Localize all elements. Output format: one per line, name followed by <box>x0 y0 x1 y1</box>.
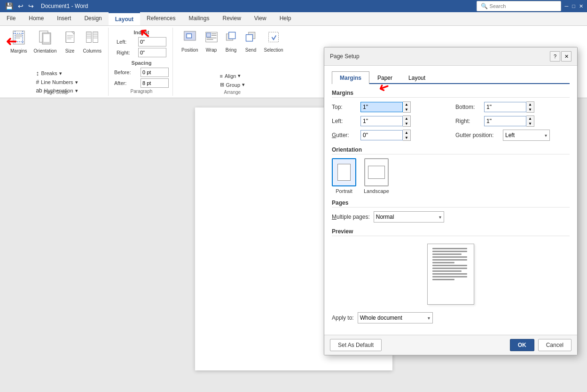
ribbon-tabs: File Home Insert Design Layout Reference… <box>0 12 587 26</box>
pages-section: Pages Multiple pages: Normal Mirror marg… <box>332 200 570 223</box>
bottom-spin-up[interactable]: ▲ <box>526 102 534 107</box>
ok-button[interactable]: OK <box>510 339 534 351</box>
app-title: Document1 - Word <box>41 3 88 9</box>
send-button[interactable]: Send <box>242 29 260 54</box>
right-margin-input[interactable] <box>484 116 526 126</box>
bottom-spin-down[interactable]: ▼ <box>526 107 534 112</box>
gutter-position-row: Gutter position: Left Top <box>455 130 570 141</box>
dialog-tab-paper[interactable]: Paper <box>369 71 400 84</box>
preview-line-12 <box>432 279 454 280</box>
left-spin-down[interactable]: ▼ <box>403 121 410 126</box>
send-label: Send <box>245 47 256 53</box>
redo-qat-button[interactable]: ↪ <box>27 1 35 11</box>
undo-qat-button[interactable]: ↩ <box>16 1 25 11</box>
apply-to-select[interactable]: Whole document This point forward <box>358 312 433 323</box>
close-button[interactable]: ✕ <box>579 3 583 9</box>
left-margin-input[interactable] <box>360 116 403 126</box>
send-icon <box>244 30 258 47</box>
after-spacing-input[interactable] <box>141 78 169 88</box>
margins-icon <box>11 30 26 48</box>
tab-home[interactable]: Home <box>22 12 50 25</box>
orientation-button[interactable]: Orientation <box>31 29 60 55</box>
wrap-label: Wrap <box>206 47 217 53</box>
line-numbers-button[interactable]: # Line Numbers ▾ <box>34 78 79 86</box>
columns-button[interactable]: Columns <box>80 29 104 55</box>
line-numbers-icon: # <box>36 79 39 85</box>
dialog-tab-layout[interactable]: Layout <box>400 71 433 84</box>
align-button[interactable]: ≡ Align ▾ <box>218 72 247 80</box>
search-bar[interactable]: 🔍 <box>477 1 561 11</box>
breaks-dropdown-icon: ▾ <box>59 70 62 77</box>
right-spin-up[interactable]: ▲ <box>526 116 534 121</box>
top-margin-input[interactable] <box>360 102 403 112</box>
multiple-pages-label: Multiple pages: <box>332 214 370 220</box>
restore-button[interactable]: □ <box>572 3 575 9</box>
svg-rect-16 <box>67 37 72 38</box>
set-as-default-button[interactable]: Set As Default <box>330 339 382 351</box>
tab-mailings[interactable]: Mailings <box>182 12 216 25</box>
minimize-button[interactable]: ─ <box>565 3 569 9</box>
gutter-input[interactable] <box>360 130 403 140</box>
position-button[interactable]: Position <box>179 29 201 54</box>
left-indent-input[interactable] <box>138 37 166 46</box>
landscape-box[interactable] <box>364 158 389 186</box>
bring-button[interactable]: Bring <box>222 29 241 54</box>
multiple-pages-select[interactable]: Normal Mirror margins 2 pages per sheet … <box>374 211 444 223</box>
landscape-icon <box>368 166 385 179</box>
dialog-help-button[interactable]: ? <box>550 51 560 61</box>
portrait-box[interactable] <box>332 158 356 186</box>
landscape-option[interactable]: Landscape <box>364 158 389 194</box>
before-spacing-input[interactable] <box>141 68 169 77</box>
tab-insert[interactable]: Insert <box>50 12 78 25</box>
bottom-margin-row: Bottom: ▲ ▼ <box>455 101 570 113</box>
preview-line-5 <box>432 259 467 261</box>
tab-file[interactable]: File <box>0 12 22 25</box>
breaks-icon: ↕ <box>36 69 39 77</box>
svg-rect-24 <box>93 33 98 34</box>
right-spin-btns: ▲ ▼ <box>526 115 534 127</box>
orientation-options: Portrait Landscape <box>332 158 570 194</box>
quick-access-toolbar: 💾 ↩ ↪ Document1 - Word 🔍 ─ □ ✕ <box>0 0 587 12</box>
preview-title: Preview <box>332 228 570 236</box>
top-spin-down[interactable]: ▼ <box>403 107 410 112</box>
tab-design[interactable]: Design <box>78 12 108 25</box>
orientation-section-title: Orientation <box>332 146 570 154</box>
bottom-margin-input[interactable] <box>484 102 526 112</box>
right-spin-down[interactable]: ▼ <box>526 121 534 126</box>
left-margin-label: Left: <box>332 118 358 124</box>
paragraph-group-label: Paragraph <box>131 88 153 94</box>
cancel-button[interactable]: Cancel <box>538 339 571 351</box>
svg-rect-29 <box>187 34 192 38</box>
dialog-tab-margins[interactable]: Margins <box>332 71 369 84</box>
selection-button[interactable]: Selection <box>261 29 286 54</box>
portrait-option[interactable]: Portrait <box>332 158 356 194</box>
margins-section-title: Margins <box>332 90 570 98</box>
svg-rect-5 <box>16 34 22 36</box>
columns-label: Columns <box>83 48 102 54</box>
gutter-position-select[interactable]: Left Top <box>503 130 550 141</box>
top-spin-up[interactable]: ▲ <box>403 102 410 107</box>
dialog-controls: ? ✕ <box>550 51 571 61</box>
dialog-close-button[interactable]: ✕ <box>561 51 571 61</box>
indent-label: Indent <box>133 30 149 35</box>
tab-view[interactable]: View <box>248 12 273 25</box>
right-indent-input[interactable] <box>138 48 166 57</box>
orientation-section: Orientation Portrait Landscape <box>332 146 570 194</box>
tab-references[interactable]: References <box>140 12 182 25</box>
save-qat-button[interactable]: 💾 <box>4 1 15 11</box>
left-spin-up[interactable]: ▲ <box>403 116 410 121</box>
wrap-button[interactable]: Wrap <box>202 29 221 54</box>
margins-button[interactable]: Margins <box>8 29 30 55</box>
group-button[interactable]: ⊞ Group ▾ <box>218 81 247 89</box>
gutter-spin-up[interactable]: ▲ <box>403 130 410 135</box>
search-input[interactable] <box>490 3 546 9</box>
tab-review[interactable]: Review <box>216 12 247 25</box>
line-numbers-label: Line Numbers <box>41 79 73 85</box>
tab-help[interactable]: Help <box>273 12 298 25</box>
breaks-button[interactable]: ↕ Breaks ▾ <box>34 69 79 78</box>
gutter-spin-down[interactable]: ▼ <box>403 135 410 140</box>
size-button[interactable]: Size <box>61 29 79 55</box>
right-margin-label: Right: <box>455 118 481 124</box>
top-spin-btns: ▲ ▼ <box>403 101 411 113</box>
tab-layout[interactable]: Layout <box>109 12 140 25</box>
